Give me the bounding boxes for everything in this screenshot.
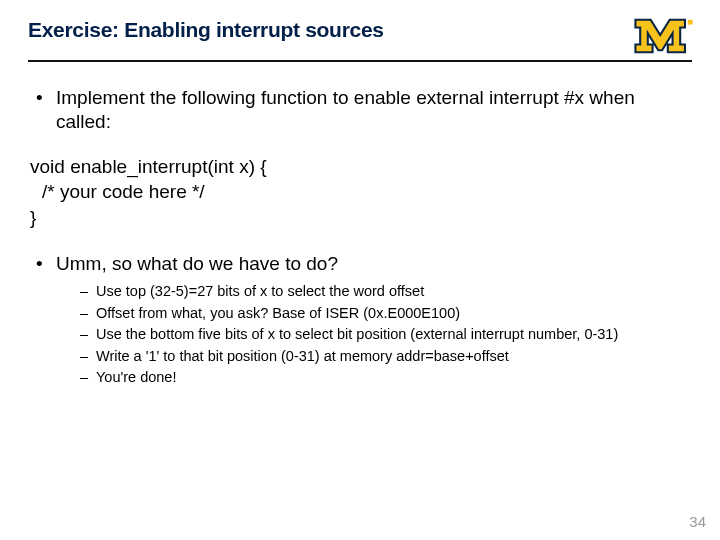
bullet-question-text: Umm, so what do we have to do? [56, 253, 338, 274]
slide-body: Implement the following function to enab… [28, 62, 692, 388]
sub-bullet-2: Offset from what, you ask? Base of ISER … [80, 304, 692, 324]
bullet-question: Umm, so what do we have to do? Use top (… [36, 252, 692, 388]
slide-title: Exercise: Enabling interrupt sources [28, 18, 384, 42]
sub-bullet-list: Use top (32-5)=27 bits of x to select th… [56, 282, 692, 388]
sub-bullet-3: Use the bottom five bits of x to select … [80, 325, 692, 345]
sub-bullet-4: Write a '1' to that bit position (0-31) … [80, 347, 692, 367]
bullet-implement: Implement the following function to enab… [36, 86, 692, 134]
sub-bullet-1: Use top (32-5)=27 bits of x to select th… [80, 282, 692, 302]
code-line-1: void enable_interrupt(int x) { [30, 154, 692, 180]
slide-header: Exercise: Enabling interrupt sources [28, 18, 692, 56]
sub-bullet-5: You're done! [80, 368, 692, 388]
code-line-3: } [30, 205, 692, 231]
bullet-list-1: Implement the following function to enab… [28, 86, 692, 134]
code-block: void enable_interrupt(int x) { /* your c… [30, 154, 692, 231]
block-m-logo [632, 16, 696, 56]
slide: Exercise: Enabling interrupt sources Imp… [0, 0, 720, 540]
code-line-2: /* your code here */ [30, 179, 692, 205]
page-number: 34 [689, 513, 706, 530]
bullet-list-2: Umm, so what do we have to do? Use top (… [28, 252, 692, 388]
svg-rect-0 [688, 20, 693, 25]
